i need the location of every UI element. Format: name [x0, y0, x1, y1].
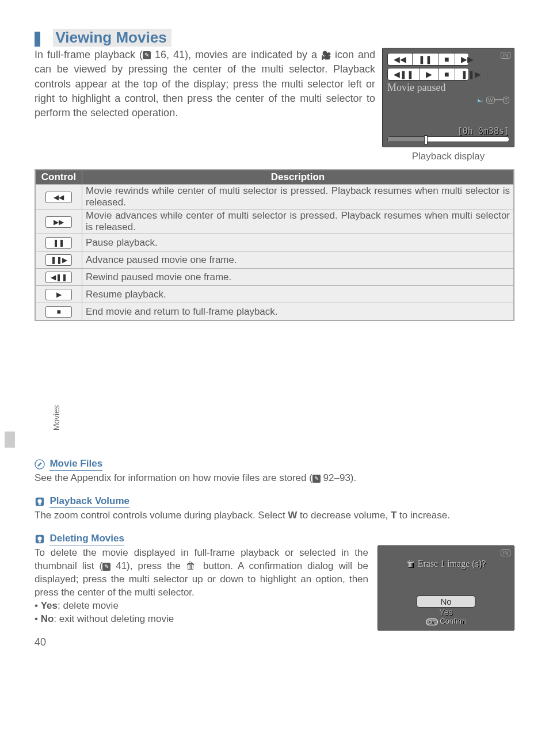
dialog-option-yes: Yes: [383, 608, 509, 617]
internal-memory-badge: IN: [501, 549, 510, 556]
heading-1-wrapper: Viewing Movies: [35, 29, 514, 47]
pause-control-icon: ❚❚: [45, 237, 72, 249]
svg-point-2: [37, 499, 41, 503]
table-row: ■End movie and return to full-frame play…: [35, 303, 514, 321]
list-item: • No: exit without deleting movie: [35, 613, 368, 626]
table-row: ▶Resume playback.: [35, 286, 514, 303]
rewind-icon: ◀◀: [388, 54, 413, 65]
list-item: • Yes: delete movie: [35, 600, 368, 613]
table-row: ❚❚▶Advance paused movie one frame.: [35, 251, 514, 269]
table-cell: Rewind paused movie one frame.: [82, 269, 514, 286]
table-cell: Resume playback.: [82, 286, 514, 303]
pause-icon: ❚❚: [413, 54, 439, 65]
stop-icon: ■: [439, 54, 455, 65]
table-row: ◀❚❚Rewind paused movie one frame.: [35, 269, 514, 286]
table-row: ❚❚Pause playback.: [35, 234, 514, 251]
end-control-icon: ■: [45, 306, 72, 318]
movie-files-text: See the Appendix for information on how …: [35, 472, 514, 485]
pencil-note-icon: [35, 459, 45, 469]
svg-point-5: [37, 536, 41, 540]
trash-icon: 🗑: [406, 559, 415, 568]
stop-icon-2: ■: [439, 68, 455, 80]
trash-icon: 🗑: [186, 560, 198, 571]
side-section-label: Movies: [52, 405, 61, 430]
intro-paragraph: In full-frame playback (✎ 16, 41), movie…: [35, 48, 382, 162]
table-row: ▶▶Movie advances while center of multi s…: [35, 209, 514, 234]
ref-icon: ✎: [312, 475, 321, 483]
advance-control-icon: ▶▶: [45, 216, 72, 228]
forward-icon: ▶▶: [455, 54, 479, 65]
page-number: 40: [35, 636, 514, 648]
lcd-elapsed-time: [0h 0m38s]: [387, 126, 509, 136]
bulb-tip-icon: [35, 534, 45, 544]
lcd-caption: Playback display: [382, 151, 514, 162]
table-row: ◀◀Movie rewinds while center of multi se…: [35, 185, 514, 209]
svg-rect-3: [39, 503, 41, 505]
table-cell: End movie and return to full-frame playb…: [82, 303, 514, 321]
controls-table: Control Description ◀◀Movie rewinds whil…: [35, 169, 514, 321]
table-cell: Pause playback.: [82, 234, 514, 251]
playback-lcd-screenshot: IN ◀◀ ❚❚ ■ ▶▶ ◀❚❚ ▶ ■ ❚❚▶ Movie paused 🔈…: [382, 48, 514, 147]
playback-volume-text: The zoom control controls volume during …: [35, 509, 514, 522]
svg-rect-6: [39, 541, 41, 543]
resume-control-icon: ▶: [45, 289, 72, 300]
internal-memory-badge: IN: [501, 52, 510, 59]
movie-files-heading: Movie Files: [49, 458, 102, 471]
lcd-status-text: Movie paused: [387, 82, 509, 94]
ref-icon: ✎: [143, 51, 151, 59]
table-cell: Movie advances while center of multi sel…: [82, 209, 514, 234]
delete-dialog-title: 🗑 Erase 1 image (s)?: [383, 559, 509, 569]
lcd-controls-row-1: ◀◀ ❚❚ ■ ▶▶: [387, 53, 469, 66]
deleting-movies-heading: Deleting Movies: [49, 533, 124, 545]
table-cell: Movie rewinds while center of multi sele…: [82, 185, 514, 209]
dialog-option-no: No: [417, 595, 475, 608]
dialog-confirm-hint: OKConfirm: [383, 617, 509, 625]
rewind-control-icon: ◀◀: [45, 192, 72, 203]
play-icon: ▶: [420, 68, 439, 80]
ref-icon: ✎: [102, 563, 110, 571]
delete-options-list: • Yes: delete movie • No: exit without d…: [35, 600, 368, 626]
lcd-progress-bar: [387, 136, 509, 142]
frame-fwd-icon: ❚❚▶: [455, 68, 487, 80]
table-cell: Advance paused movie one frame.: [82, 251, 514, 269]
frame-back-icon: ◀❚❚: [388, 68, 420, 80]
movie-mode-icon: 🎥: [321, 50, 331, 62]
delete-confirm-lcd: IN 🗑 Erase 1 image (s)? No Yes OKConfirm: [378, 545, 514, 631]
deleting-movies-text: To delete the movie displayed in full-fr…: [35, 547, 368, 600]
table-header-control: Control: [35, 170, 82, 185]
lcd-volume-indicator: 🔈 W━━T: [387, 96, 509, 104]
lcd-controls-row-2: ◀❚❚ ▶ ■ ❚❚▶: [387, 68, 469, 81]
frame-advance-control-icon: ❚❚▶: [45, 254, 72, 266]
bulb-tip-icon: [35, 497, 45, 507]
table-header-description: Description: [82, 170, 514, 185]
playback-volume-heading: Playback Volume: [49, 495, 129, 508]
frame-rewind-control-icon: ◀❚❚: [45, 272, 72, 283]
page-title: Viewing Movies: [43, 29, 171, 47]
